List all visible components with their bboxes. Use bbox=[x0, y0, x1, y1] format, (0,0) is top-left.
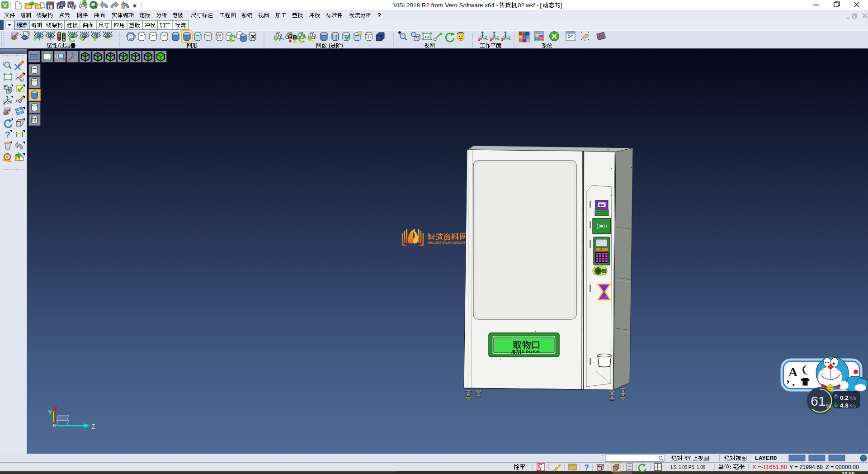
svg-text:?: ? bbox=[584, 463, 589, 472]
svg-text:0.2: 0.2 bbox=[840, 394, 849, 401]
svg-text:1:1: 1:1 bbox=[425, 35, 430, 39]
svg-text:Y: Y bbox=[48, 409, 52, 416]
svg-text:PUSH: PUSH bbox=[526, 349, 540, 354]
svg-text:02.wkf - [: 02.wkf - [ bbox=[518, 2, 542, 9]
svg-text:Z = 00000.00: Z = 00000.00 bbox=[826, 464, 859, 470]
svg-text:%: % bbox=[826, 403, 831, 409]
svg-text:10:50: 10:50 bbox=[842, 471, 854, 474]
svg-text:X =-11651.68: X =-11651.68 bbox=[752, 464, 787, 470]
svg-text:61: 61 bbox=[811, 393, 826, 408]
svg-text:LAYER0: LAYER0 bbox=[755, 455, 777, 461]
svg-text:Y = 21994.68: Y = 21994.68 bbox=[789, 464, 823, 470]
svg-text:?: ? bbox=[5, 130, 10, 139]
svg-text:LS: 1.00 PS: 1.00: LS: 1.00 PS: 1.00 bbox=[671, 464, 705, 470]
svg-text:K/s: K/s bbox=[849, 403, 856, 408]
svg-text:K/s: K/s bbox=[849, 396, 856, 401]
svg-text:4.8: 4.8 bbox=[840, 402, 849, 409]
svg-text:INTELLIGENT MANUFACTURING DATA: INTELLIGENT MANUFACTURING DATA bbox=[428, 241, 467, 244]
svg-text:]: ] bbox=[561, 2, 562, 9]
svg-text:,: , bbox=[787, 372, 790, 385]
svg-text:Z: Z bbox=[91, 423, 95, 430]
svg-text:+: + bbox=[4, 84, 6, 89]
svg-text:?: ? bbox=[377, 12, 381, 19]
svg-text:.: . bbox=[792, 375, 795, 389]
svg-text:VISI 2018 R2 from Vero Softwar: VISI 2018 R2 from Vero Software x64 - bbox=[393, 2, 498, 9]
